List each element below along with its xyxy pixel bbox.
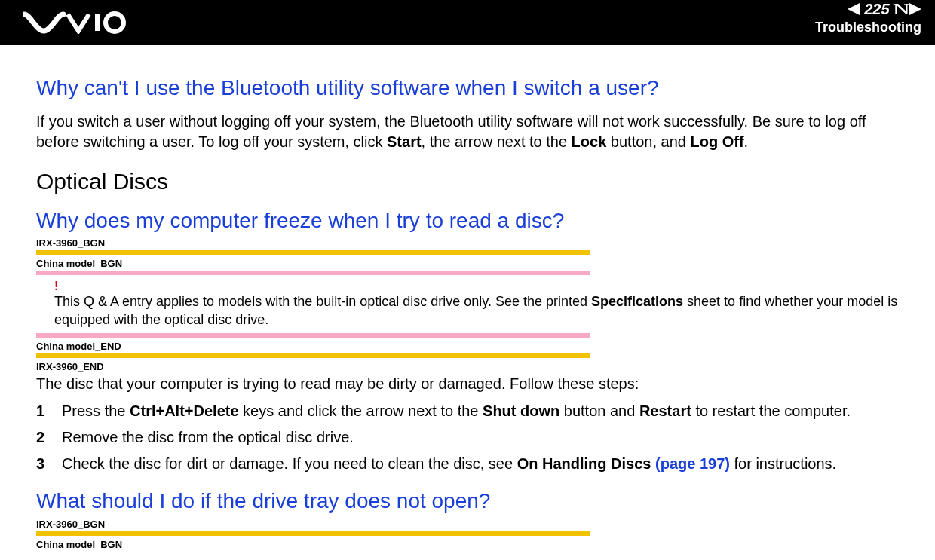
q1-b-start: Start: [387, 133, 422, 150]
q1-b-logoff: Log Off: [691, 133, 744, 150]
note-bang-icon: !: [54, 280, 899, 293]
note-pre: This Q & A entry applies to models with …: [54, 294, 591, 309]
page-nav: 225 N Troubleshooting: [815, 0, 921, 35]
q1-paragraph: If you switch a user without logging off…: [36, 112, 899, 152]
step-1: 1 Press the Ctrl+Alt+Delete keys and cli…: [36, 400, 899, 422]
q2-title: Why does my computer freeze when I try t…: [36, 208, 899, 234]
q2-lead: The disc that your computer is trying to…: [36, 374, 899, 394]
q1-b-lock: Lock: [572, 133, 607, 150]
next-page-arrow-icon[interactable]: [909, 3, 921, 15]
note-b-spec: Specifications: [591, 294, 683, 309]
yellow-divider-end: [36, 353, 590, 358]
page-content: Why can't I use the Bluetooth utility so…: [0, 45, 935, 560]
prev-page-arrow-icon[interactable]: [848, 3, 860, 15]
optical-discs-heading: Optical Discs: [36, 169, 899, 194]
q1-text-mid2: button, and: [606, 133, 690, 150]
vaio-logo: [23, 11, 128, 34]
step-3: 3 Check the disc for dirt or damage. If …: [36, 453, 899, 475]
step-3-num: 3: [36, 453, 62, 475]
q3-marker-china-bgn: China model_BGN: [36, 539, 899, 550]
svg-point-1: [106, 14, 124, 32]
step-1-text: Press the Ctrl+Alt+Delete keys and click…: [62, 400, 851, 422]
marker-china-bgn: China model_BGN: [36, 258, 899, 269]
pink-divider: [36, 271, 590, 275]
q1-text-mid1: , the arrow next to the: [422, 133, 572, 150]
page-number: 225: [863, 1, 891, 18]
page-197-link[interactable]: (page 197): [655, 455, 730, 472]
step-2-num: 2: [36, 427, 62, 448]
q1-text-post: .: [744, 133, 749, 150]
marker-irx-bgn: IRX-3960_BGN: [36, 237, 899, 249]
section-label: Troubleshooting: [815, 20, 921, 35]
note-text: This Q & A entry applies to models with …: [54, 293, 899, 329]
marker-china-end: China model_END: [36, 341, 899, 352]
header-bar: 225 N Troubleshooting: [0, 0, 935, 45]
step-2-text: Remove the disc from the optical disc dr…: [62, 427, 354, 448]
svg-rect-0: [95, 14, 100, 31]
q1-title: Why can't I use the Bluetooth utility so…: [36, 75, 899, 101]
q3-yellow-divider: [36, 531, 590, 536]
step-2: 2 Remove the disc from the optical disc …: [36, 427, 899, 448]
pink-divider-end: [36, 333, 590, 338]
note-block: ! This Q & A entry applies to models wit…: [54, 280, 899, 329]
q3-title: What should I do if the drive tray does …: [36, 488, 899, 514]
yellow-divider: [36, 250, 590, 255]
q3-marker-irx-bgn: IRX-3960_BGN: [36, 519, 899, 530]
step-1-num: 1: [36, 400, 62, 422]
steps-list: 1 Press the Ctrl+Alt+Delete keys and cli…: [36, 400, 899, 475]
step-3-text: Check the disc for dirt or damage. If yo…: [62, 453, 836, 475]
marker-irx-end: IRX-3960_END: [36, 361, 899, 372]
n-mark-icon: N: [892, 1, 909, 18]
